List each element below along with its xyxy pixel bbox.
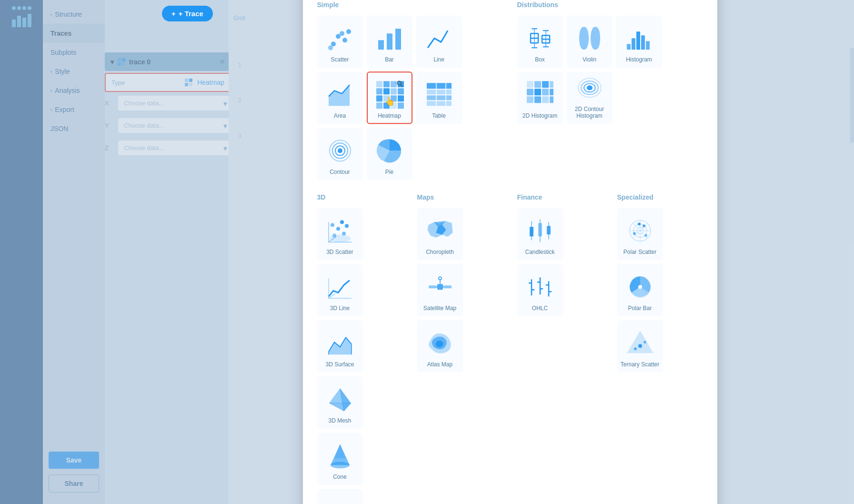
choropleth-type[interactable]: Choropleth xyxy=(417,208,463,260)
svg-point-125 xyxy=(633,232,636,235)
svg-point-12 xyxy=(328,45,333,50)
3d-grid: 3D Scatter 3D Line xyxy=(317,208,403,504)
atlas-label: Atlas Map xyxy=(427,361,452,368)
candlestick-label: Candlestick xyxy=(525,249,554,255)
svg-point-45 xyxy=(338,148,342,153)
svg-point-136 xyxy=(643,341,646,343)
svg-point-135 xyxy=(634,347,637,350)
box-type[interactable]: Box xyxy=(517,15,563,68)
svg-point-83 xyxy=(340,220,344,224)
svg-rect-37 xyxy=(427,90,452,94)
atlas-type[interactable]: Atlas Map xyxy=(417,320,463,373)
svg-rect-14 xyxy=(378,40,384,50)
svg-rect-69 xyxy=(527,96,533,103)
histogram-type[interactable]: Histogram xyxy=(616,15,662,68)
pie-type[interactable]: Pie xyxy=(367,128,412,180)
heatmap-type[interactable]: 👆 Heatmap xyxy=(367,71,412,124)
svg-point-9 xyxy=(336,34,341,39)
area-type[interactable]: Area xyxy=(317,71,363,124)
ternary-scatter-type[interactable]: Ternary Scatter xyxy=(617,320,663,373)
svg-point-79 xyxy=(342,232,346,235)
candlestick-type[interactable]: Candlestick xyxy=(517,208,563,260)
distributions-header: Distributions xyxy=(517,1,703,9)
satellite-type[interactable]: Satellite Map xyxy=(417,264,463,316)
svg-rect-109 xyxy=(547,226,551,234)
plus-icon: + xyxy=(171,10,176,18)
maps-header: Maps xyxy=(417,193,503,201)
histogram2d-type[interactable]: 2D Histogram xyxy=(517,71,563,124)
mesh3d-type[interactable]: 3D Mesh xyxy=(317,376,363,429)
specialized-grid: Polar Scatter xyxy=(617,208,703,373)
svg-rect-30 xyxy=(376,102,382,109)
svg-rect-61 xyxy=(527,81,533,88)
svg-rect-36 xyxy=(427,83,452,89)
svg-rect-25 xyxy=(398,88,404,94)
scatter-type[interactable]: Scatter xyxy=(317,15,363,68)
svg-point-80 xyxy=(336,227,340,231)
simple-header: Simple xyxy=(317,1,503,9)
svg-rect-57 xyxy=(632,38,635,50)
ternary-scatter-label: Ternary Scatter xyxy=(621,361,659,368)
scatter-label: Scatter xyxy=(331,56,349,63)
add-trace-button[interactable]: + + Trace xyxy=(162,6,213,21)
svg-rect-33 xyxy=(398,102,404,109)
violin-type[interactable]: Violin xyxy=(567,15,613,68)
satellite-label: Satellite Map xyxy=(423,305,456,312)
svg-point-81 xyxy=(345,224,349,228)
heatmap-label: Heatmap xyxy=(378,112,401,119)
table-label: Table xyxy=(432,112,446,119)
finance-grid: Candlestick xyxy=(517,208,603,316)
finance-header: Finance xyxy=(517,193,603,201)
svg-rect-70 xyxy=(534,96,541,103)
contour-histogram-type[interactable]: 2D Contour Histogram xyxy=(567,71,613,124)
svg-rect-65 xyxy=(527,89,533,95)
ohlc-label: OHLC xyxy=(532,305,548,312)
mesh3d-label: 3D Mesh xyxy=(328,417,351,424)
svg-rect-71 xyxy=(542,96,549,103)
streamtube-type[interactable]: Streamtube xyxy=(317,489,363,504)
svg-point-34 xyxy=(397,81,401,85)
svg-rect-58 xyxy=(636,31,640,50)
svg-marker-133 xyxy=(628,332,653,353)
svg-rect-22 xyxy=(376,88,382,94)
cone-label: Cone xyxy=(333,474,347,480)
polar-bar-type[interactable]: Polar Bar xyxy=(617,264,663,316)
surface3d-type[interactable]: 3D Surface xyxy=(317,320,363,373)
svg-rect-15 xyxy=(387,33,392,50)
svg-rect-19 xyxy=(383,81,390,87)
polar-scatter-type[interactable]: Polar Scatter xyxy=(617,208,663,260)
svg-rect-39 xyxy=(427,101,452,106)
line3d-type[interactable]: 3D Line xyxy=(317,264,363,316)
ohlc-type[interactable]: OHLC xyxy=(517,264,563,316)
svg-rect-23 xyxy=(383,88,390,94)
svg-point-82 xyxy=(331,223,334,227)
bar-type[interactable]: Bar xyxy=(367,15,412,68)
scatter3d-label: 3D Scatter xyxy=(326,249,353,255)
svg-rect-62 xyxy=(534,81,541,88)
specialized-header: Specialized xyxy=(617,193,703,201)
line-type[interactable]: Line xyxy=(416,15,462,68)
svg-rect-67 xyxy=(542,89,549,95)
table-type[interactable]: Table xyxy=(416,71,462,124)
svg-marker-96 xyxy=(334,444,346,458)
svg-rect-60 xyxy=(646,41,650,50)
3d-section: 3D xyxy=(317,192,403,504)
svg-rect-38 xyxy=(427,95,452,100)
svg-rect-16 xyxy=(395,29,401,50)
modal-top-row: Simple Scatter xyxy=(317,0,703,190)
contour-type[interactable]: Contour xyxy=(317,128,363,180)
svg-rect-24 xyxy=(391,88,397,94)
svg-rect-107 xyxy=(538,223,542,236)
svg-rect-18 xyxy=(376,81,382,87)
box-label: Box xyxy=(535,56,545,63)
svg-rect-98 xyxy=(429,285,436,288)
svg-rect-72 xyxy=(550,96,553,103)
svg-point-8 xyxy=(331,41,336,46)
svg-point-134 xyxy=(638,344,642,348)
svg-rect-26 xyxy=(376,95,382,101)
maps-grid: Choropleth xyxy=(417,208,503,373)
svg-rect-56 xyxy=(627,44,631,50)
scatter3d-type[interactable]: 3D Scatter xyxy=(317,208,363,260)
svg-point-76 xyxy=(587,85,593,90)
cone-type[interactable]: Cone xyxy=(317,433,363,485)
